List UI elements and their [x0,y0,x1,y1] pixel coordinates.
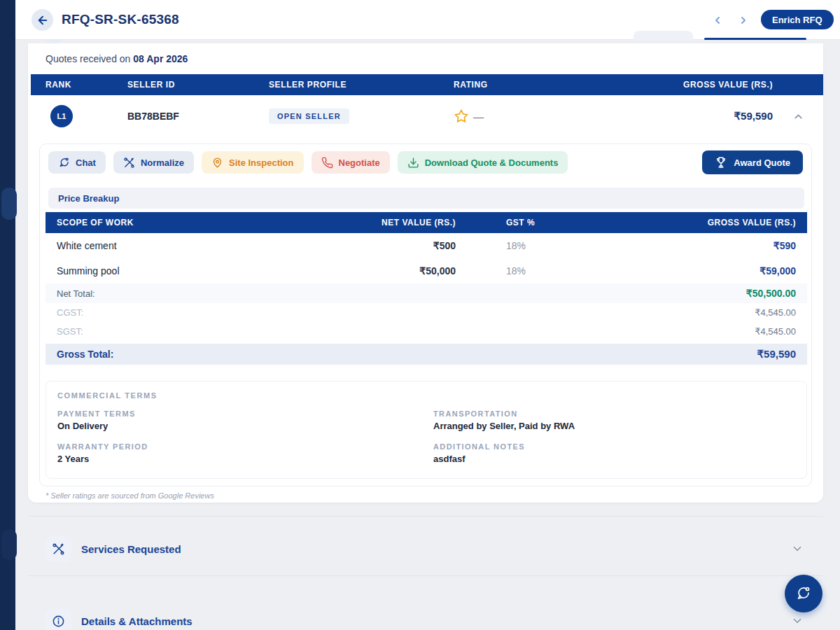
chat-button-label: Chat [76,158,96,168]
chevron-left-icon [712,15,723,26]
site-inspection-button[interactable]: Site Inspection [202,151,303,174]
cgst-value: ₹4,545.00 [755,307,796,318]
chevron-right-icon [738,15,749,26]
crossed-tools-icon [123,157,135,169]
gst-cell: 18% [456,265,554,276]
payment-terms-value: On Delivery [57,421,433,431]
download-quote-button[interactable]: Download Quote & Documents [398,151,568,174]
quotes-received-line: Quotes received on 08 Apr 2026 [46,53,188,64]
gst-cell: 18% [456,240,554,251]
next-quote-button[interactable] [736,13,751,28]
gross-total-label: Gross Total: [57,349,113,360]
seller-profile-cell: OPEN SELLER [269,108,454,124]
normalize-button-label: Normalize [141,158,184,168]
price-breakup-title-bar: Price Breakup [48,188,804,209]
commercial-terms-box: COMMERCIAL TERMS PAYMENT TERMS On Delive… [46,381,807,479]
gross-value-column-header: GROSS VALUE (RS.) [661,80,773,90]
ratings-footnote: * Seller ratings are sourced from Google… [46,491,214,500]
back-button[interactable] [31,9,53,31]
gross-total-row: Gross Total: ₹59,590 [46,344,807,365]
section-divider [28,575,823,576]
seller-id-value: BB78BEBF [127,111,269,122]
gross-value-cell: ₹590 [554,240,807,251]
prev-quote-button[interactable] [710,13,725,28]
quotes-table-header: RANK SELLER ID SELLER PROFILE RATING GRO… [31,74,823,95]
top-header: RFQ-SR-SK-65368 Enrich RFQ [15,0,840,40]
quotes-received-date: 08 Apr 2026 [133,53,188,64]
trophy-icon [715,156,727,169]
negotiate-button[interactable]: Negotiate [312,151,390,174]
services-requested-section[interactable]: Services Requested [28,528,823,570]
award-quote-button-label: Award Quote [734,158,790,168]
active-tab-underline [704,38,806,40]
transportation-value: Arranged by Seller, Paid by RWA [433,421,795,431]
price-breakup-row: Summing pool ₹50,000 18% ₹59,000 [46,258,807,284]
gross-value: ₹59,590 [661,110,773,122]
cgst-label: CGST: [57,307,83,318]
quote-detail-panel: Chat Normalize Site Inspection [39,144,812,486]
details-icon-square [46,608,71,630]
chat-bubble-icon [58,157,70,169]
section-divider [28,516,823,517]
quotes-card: Quotes received on 08 Apr 2026 RANK SELL… [28,43,823,503]
chat-button[interactable]: Chat [48,151,106,174]
open-seller-badge: OPEN SELLER [269,108,349,124]
net-value-column-header: NET VALUE (RS.) [374,218,456,227]
net-value-cell: ₹500 [374,240,456,251]
download-quote-button-label: Download Quote & Documents [425,158,559,168]
app-sidebar[interactable] [0,0,15,630]
scope-cell: Summing pool [46,265,374,276]
gross-value-cell: ₹59,000 [554,265,807,276]
seller-quote-row[interactable]: L1 BB78BEBF OPEN SELLER — ₹59,590 [31,95,823,137]
sidebar-item[interactable] [1,529,17,560]
net-total-row: Net Total: ₹50,500.00 [46,284,807,303]
rating-column-header: RATING [454,80,661,90]
price-breakup-row: White cement ₹500 18% ₹590 [46,233,807,258]
additional-notes-field: ADDITIONAL NOTES asdfasf [433,442,795,464]
sgst-row: SGST: ₹4,545.00 [46,322,807,341]
enrich-rfq-button[interactable]: Enrich RFQ [761,10,834,29]
chevron-down-icon[interactable] [791,615,804,627]
transportation-field: TRANSPORTATION Arranged by Seller, Paid … [433,410,795,431]
net-total-label: Net Total: [57,288,95,299]
cgst-row: CGST: ₹4,545.00 [46,303,807,322]
payment-terms-field: PAYMENT TERMS On Delivery [57,410,433,431]
page-title: RFQ-SR-SK-65368 [62,12,179,27]
commercial-terms-title: COMMERCIAL TERMS [57,391,795,400]
quote-actions-row: Chat Normalize Site Inspection [48,151,803,174]
site-inspection-button-label: Site Inspection [229,158,293,168]
additional-notes-label: ADDITIONAL NOTES [433,442,795,451]
scrolled-tab-remnant [634,31,693,40]
warranty-period-value: 2 Years [57,454,433,464]
chat-bubble-icon [795,585,812,602]
normalize-button[interactable]: Normalize [113,151,194,174]
details-attachments-section[interactable]: Details & Attachments [28,600,823,630]
star-icon [454,108,469,124]
sgst-value: ₹4,545.00 [755,326,796,337]
rating-value: — [473,111,484,122]
warranty-period-label: WARRANTY PERIOD [57,442,433,451]
info-icon [52,615,65,628]
chevron-down-icon[interactable] [791,542,804,555]
commercial-terms-grid: PAYMENT TERMS On Delivery TRANSPORTATION… [57,410,795,464]
back-arrow-icon [36,14,49,27]
award-quote-button[interactable]: Award Quote [702,150,803,174]
gst-column-header: GST % [456,218,554,227]
download-icon [407,157,419,169]
collapse-quote-button[interactable] [773,111,823,122]
payment-terms-label: PAYMENT TERMS [57,410,433,418]
rank-column-header: RANK [31,80,127,90]
warranty-period-field: WARRANTY PERIOD 2 Years [57,442,433,464]
additional-notes-value: asdfasf [433,454,795,464]
rank-badge: L1 [50,105,73,127]
support-chat-fab[interactable] [785,575,822,612]
seller-profile-column-header: SELLER PROFILE [269,80,454,90]
price-breakup-table-header: SCOPE OF WORK NET VALUE (RS.) GST % GROS… [46,212,807,233]
net-value-cell: ₹50,000 [374,265,456,276]
price-breakup-title: Price Breakup [58,193,119,204]
location-pin-icon [211,157,223,169]
rfq-detail-page: RFQ-SR-SK-65368 Enrich RFQ Quotes receiv… [0,0,840,630]
crossed-tools-icon [52,542,65,556]
rating-cell: — [454,108,661,124]
sidebar-active-item[interactable] [1,188,17,220]
